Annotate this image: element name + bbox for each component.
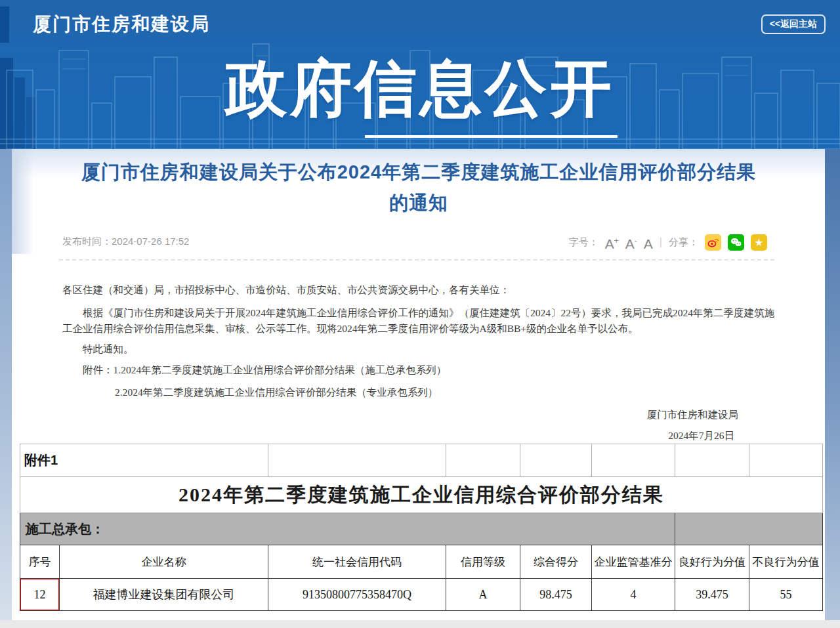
banner: 厦门市住房和建设局 <<返回主站 政府信息公开: [0, 0, 840, 149]
publish-time-label: 发布时间：: [62, 236, 112, 247]
right-margin-strip: [825, 149, 840, 628]
weibo-icon[interactable]: [705, 234, 721, 251]
dashed-separator: [59, 259, 774, 261]
publish-time-value: 2024-07-26 17:52: [112, 236, 189, 247]
page: 厦门市住房和建设局 <<返回主站 政府信息公开 厦门市住房和建设局关于公布202…: [0, 0, 840, 628]
section-label: 施工总承包：: [20, 513, 675, 545]
cell-total-score: 98.475: [520, 579, 592, 611]
section-row: 施工总承包：: [20, 513, 823, 545]
article-meta-row: 发布时间：2024-07-26 17:52 字号： A+ A- A | 分享：: [12, 232, 825, 253]
body-paragraph-1: 根据《厦门市住房和建设局关于开展2024年建筑施工企业信用综合评价工作的通知》（…: [62, 305, 784, 337]
table-header-row: 序号 企业名称 统一社会信用代码 信用等级 综合得分 企业监管基准分 良好行为分…: [20, 545, 823, 579]
credit-evaluation-table: 附件1 2024年第二季度建筑施工企业信用综合评价部分结果 施工总承包： 序号: [20, 444, 823, 611]
signature-date: 2024年7月26日: [668, 429, 734, 443]
attachment-line-1: 附件：1.2024年第二季度建筑施工企业信用综合评价部分结果（施工总承包系列）: [62, 364, 446, 377]
back-to-main-site-button[interactable]: <<返回主站: [761, 14, 826, 34]
body-closing: 特此通知。: [62, 343, 134, 356]
attachment-label-row: 附件1: [20, 444, 823, 477]
empty-cell: [749, 444, 823, 477]
article-title-line2: 的通知: [38, 188, 799, 219]
table-title-row: 2024年第二季度建筑施工企业信用综合评价部分结果: [20, 477, 823, 513]
content-card: 厦门市住房和建设局关于公布2024年第二季度建筑施工企业信用评价部分结果 的通知…: [12, 149, 825, 620]
font-size-reset-button[interactable]: A: [644, 230, 653, 255]
font-size-label: 字号：: [569, 236, 598, 249]
font-size-increase-button[interactable]: A+: [605, 230, 619, 255]
site-name: 厦门市住房和建设局: [33, 12, 210, 37]
cell-bad-behavior: 55: [749, 579, 823, 611]
signature-agency: 厦门市住房和建设局: [647, 408, 739, 422]
qzone-star-icon[interactable]: ★: [751, 234, 767, 251]
share-label: 分享：: [669, 236, 698, 249]
section-empty-cell: [675, 513, 823, 545]
meta-controls: 字号： A+ A- A | 分享：: [569, 232, 767, 253]
empty-cell: [520, 444, 592, 477]
col-good-behavior: 良好行为分值: [675, 545, 749, 579]
meta-divider: |: [660, 236, 662, 248]
left-margin-strip: [0, 149, 12, 628]
headline-underline: [365, 135, 618, 138]
col-seq: 序号: [20, 545, 60, 579]
publish-time: 发布时间：2024-07-26 17:52: [62, 236, 189, 248]
article-title: 厦门市住房和建设局关于公布2024年第二季度建筑施工企业信用评价部分结果 的通知: [38, 157, 799, 219]
table-title: 2024年第二季度建筑施工企业信用综合评价部分结果: [20, 477, 823, 513]
salutation: 各区住建（和交通）局，市招投标中心、市造价站、市质安站、市公共资源交易中心，各有…: [62, 283, 781, 297]
empty-cell: [675, 444, 749, 477]
cell-good-behavior: 39.475: [675, 579, 749, 611]
cell-seq: 12: [20, 579, 60, 611]
col-bad-behavior: 不良行为分值: [749, 545, 823, 579]
empty-cell: [268, 444, 446, 477]
cell-supervision-base: 4: [592, 579, 675, 611]
attachment-label: 附件1: [20, 444, 268, 477]
wechat-icon[interactable]: [728, 234, 744, 251]
empty-cell: [592, 444, 675, 477]
empty-cell: [446, 444, 520, 477]
cell-credit-code: 91350800775358470Q: [268, 579, 446, 611]
cell-credit-grade: A: [446, 579, 520, 611]
cell-company: 福建博业建设集团有限公司: [60, 579, 268, 611]
col-company: 企业名称: [60, 545, 268, 579]
attachment-line-2: 2.2024年第二季度建筑施工企业信用综合评价部分结果（专业承包系列）: [115, 386, 438, 400]
col-supervision-base: 企业监管基准分: [592, 545, 675, 579]
bottom-band: [0, 620, 840, 628]
table-row: 12 福建博业建设集团有限公司 91350800775358470Q A 98.…: [20, 579, 823, 611]
banner-headline: 政府信息公开: [0, 47, 840, 131]
font-size-decrease-button[interactable]: A-: [625, 230, 637, 255]
col-credit-grade: 信用等级: [446, 545, 520, 579]
article-title-line1: 厦门市住房和建设局关于公布2024年第二季度建筑施工企业信用评价部分结果: [38, 157, 799, 188]
col-credit-code: 统一社会信用代码: [268, 545, 446, 579]
col-total-score: 综合得分: [520, 545, 592, 579]
